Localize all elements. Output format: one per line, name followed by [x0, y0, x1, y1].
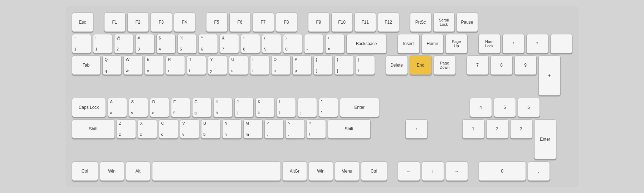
key-num-1[interactable]: 1 — [462, 119, 484, 139]
key-menu[interactable]: Menu — [335, 161, 359, 181]
key-right-win[interactable]: Win — [309, 161, 333, 181]
key-end[interactable]: End — [410, 56, 432, 75]
key-y[interactable]: Y y — [208, 56, 227, 75]
key-5[interactable]: % 5 — [177, 34, 197, 53]
key-f5[interactable]: F5 — [206, 13, 228, 32]
key-num-8[interactable]: 8 — [491, 56, 513, 75]
key-space[interactable] — [152, 161, 281, 181]
key-up-arrow[interactable]: ↑ — [405, 119, 428, 139]
key-r[interactable]: R r — [166, 56, 185, 75]
key-num-6[interactable]: 6 — [518, 98, 540, 117]
key-num-0[interactable]: 0 — [479, 161, 526, 181]
key-insert[interactable]: Insert — [397, 34, 420, 53]
key-minus[interactable]: _ - — [304, 34, 323, 53]
key-i[interactable]: I i — [250, 56, 269, 75]
key-f7[interactable]: F7 — [253, 13, 274, 32]
key-2[interactable]: @ 2 — [114, 34, 133, 53]
key-backslash[interactable]: | \ — [356, 56, 375, 75]
key-period[interactable]: > . — [286, 119, 305, 139]
key-n[interactable]: N n — [222, 119, 241, 139]
key-f12[interactable]: F12 — [378, 13, 399, 32]
key-left-arrow[interactable]: ← — [398, 161, 420, 181]
key-num-2[interactable]: 2 — [486, 119, 508, 139]
key-num-dot[interactable]: . — [528, 161, 550, 181]
key-lbracket[interactable]: { [ — [313, 56, 333, 75]
key-semicolon[interactable]: : ; — [298, 98, 317, 117]
key-page-up[interactable]: PageUp — [445, 34, 468, 53]
key-k[interactable]: K k — [255, 98, 275, 117]
key-page-down[interactable]: PageDown — [434, 56, 456, 75]
key-slash[interactable]: ? / — [307, 119, 326, 139]
key-f4[interactable]: F4 — [174, 13, 195, 32]
key-e[interactable]: E e — [145, 56, 164, 75]
key-scroll-lock[interactable]: ScrollLock — [433, 13, 455, 32]
key-caps-lock[interactable]: Caps Lock — [72, 98, 106, 117]
key-comma[interactable]: < , — [264, 119, 284, 139]
key-right-arrow[interactable]: → — [446, 161, 468, 181]
key-right-shift[interactable]: Shift — [328, 119, 371, 139]
key-f8[interactable]: F8 — [276, 13, 297, 32]
key-backspace[interactable]: Backspace — [346, 34, 387, 53]
key-d[interactable]: D d — [150, 98, 169, 117]
key-0[interactable]: ) 0 — [283, 34, 302, 53]
key-4[interactable]: $ 4 — [156, 34, 176, 53]
key-down-arrow[interactable]: ↓ — [422, 161, 444, 181]
key-s[interactable]: S s — [129, 98, 148, 117]
key-num-9[interactable]: 9 — [514, 56, 537, 75]
key-num-asterisk[interactable]: * — [526, 34, 548, 53]
key-o[interactable]: O o — [271, 56, 291, 75]
key-equals[interactable]: + = — [325, 34, 345, 53]
key-num-5[interactable]: 5 — [494, 98, 516, 117]
key-c[interactable]: C c — [159, 119, 178, 139]
key-num-3[interactable]: 3 — [510, 119, 532, 139]
key-f6[interactable]: F6 — [229, 13, 251, 32]
key-f11[interactable]: F11 — [355, 13, 376, 32]
key-3[interactable]: # 3 — [135, 34, 155, 53]
key-v[interactable]: V v — [180, 119, 199, 139]
key-num-plus[interactable]: + — [538, 56, 561, 96]
key-7[interactable]: & 7 — [220, 34, 239, 53]
key-a[interactable]: A a — [108, 98, 127, 117]
key-tab[interactable]: Tab — [72, 56, 101, 75]
key-f3[interactable]: F3 — [151, 13, 172, 32]
key-num-7[interactable]: 7 — [467, 56, 489, 75]
key-prtsc[interactable]: PrtSc — [410, 13, 431, 32]
key-right-ctrl[interactable]: Ctrl — [361, 161, 387, 181]
key-t[interactable]: T t — [187, 56, 206, 75]
key-altgr[interactable]: AltGr — [283, 161, 307, 181]
key-delete[interactable]: Delete — [386, 56, 408, 75]
key-backtick[interactable]: ~ 1 — [72, 34, 91, 53]
key-l[interactable]: L l — [277, 98, 296, 117]
key-quote[interactable]: " ' — [319, 98, 338, 117]
key-left-win[interactable]: Win — [100, 161, 124, 181]
key-f10[interactable]: F10 — [331, 13, 353, 32]
key-rbracket[interactable]: } ] — [335, 56, 354, 75]
key-q[interactable]: Q q — [102, 56, 122, 75]
key-pause[interactable]: Pause — [457, 13, 478, 32]
key-x[interactable]: X x — [138, 119, 157, 139]
key-f1[interactable]: F1 — [104, 13, 126, 32]
key-f[interactable]: F f — [171, 98, 190, 117]
key-left-alt[interactable]: Alt — [126, 161, 150, 181]
key-6[interactable]: ^ 6 — [199, 34, 218, 53]
key-f2[interactable]: F2 — [127, 13, 149, 32]
key-8[interactable]: * 8 — [241, 34, 260, 53]
key-j[interactable]: J j — [234, 98, 254, 117]
key-num-enter[interactable]: Enter — [534, 119, 556, 159]
key-num-slash[interactable]: / — [502, 34, 525, 53]
key-enter[interactable]: Enter — [340, 98, 379, 117]
key-num-4[interactable]: 4 — [470, 98, 492, 117]
key-z[interactable]: Z z — [117, 119, 136, 139]
key-esc[interactable]: Esc — [72, 13, 93, 32]
key-g[interactable]: G g — [192, 98, 211, 117]
key-p[interactable]: P p — [292, 56, 312, 75]
key-num-lock[interactable]: NumLock — [478, 34, 501, 53]
key-h[interactable]: H h — [213, 98, 233, 117]
key-u[interactable]: U u — [229, 56, 248, 75]
key-1[interactable]: ! 1 — [93, 34, 112, 53]
key-num-minus[interactable]: - — [550, 34, 572, 53]
key-left-ctrl[interactable]: Ctrl — [72, 161, 98, 181]
key-w[interactable]: W w — [123, 56, 143, 75]
key-m[interactable]: M m — [243, 119, 263, 139]
key-f9[interactable]: F9 — [308, 13, 330, 32]
